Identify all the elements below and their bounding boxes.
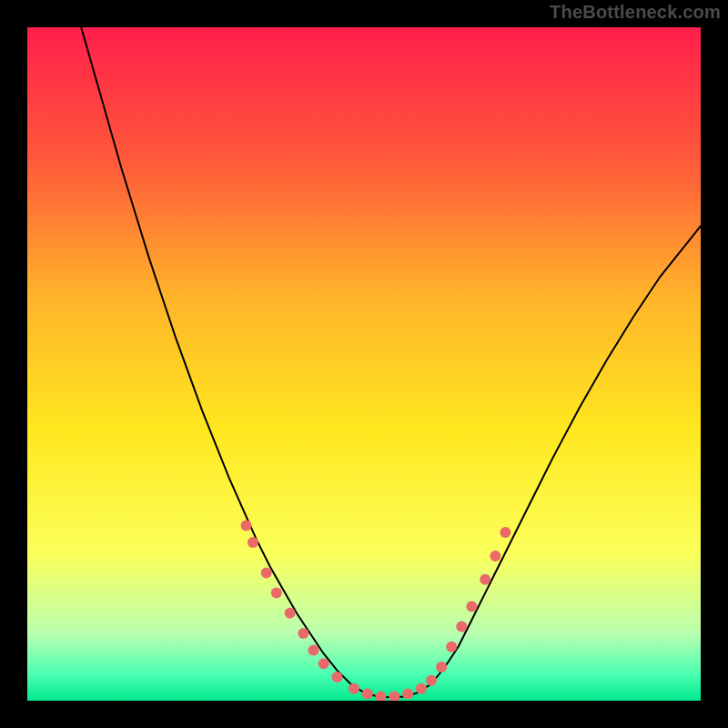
marker-dot <box>261 567 272 578</box>
marker-dot <box>426 675 437 686</box>
marker-dot <box>318 658 329 669</box>
marker-dot <box>402 689 413 700</box>
marker-dot <box>241 521 252 531</box>
chart-svg <box>27 27 701 701</box>
marker-dot <box>331 672 342 682</box>
marker-dot <box>362 689 373 700</box>
chart-frame: TheBottleneck.com <box>0 0 728 728</box>
marker-dot <box>456 622 467 632</box>
chart-background <box>27 27 701 701</box>
marker-dot <box>308 645 319 656</box>
watermark-text: TheBottleneck.com <box>550 2 721 23</box>
marker-dot <box>248 537 258 548</box>
marker-dot <box>466 601 477 612</box>
marker-dot <box>271 588 282 599</box>
marker-dot <box>446 642 457 652</box>
marker-dot <box>490 551 500 561</box>
marker-dot <box>436 662 447 672</box>
marker-dot <box>416 683 427 694</box>
plot-area <box>27 27 701 701</box>
marker-dot <box>500 527 511 538</box>
marker-dot <box>285 608 296 619</box>
marker-dot <box>298 628 308 639</box>
marker-dot <box>480 574 490 585</box>
marker-dot <box>349 683 359 694</box>
